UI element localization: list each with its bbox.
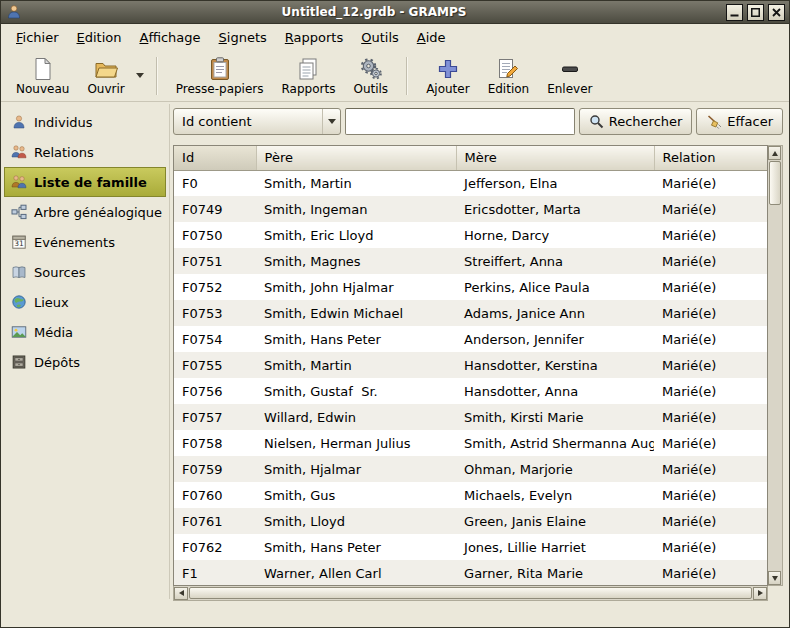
pane-resize-handle[interactable] — [166, 102, 173, 601]
table-row[interactable]: F1Warner, Allen CarlGarner, Rita MarieMa… — [174, 560, 767, 586]
sidebar-item-sources[interactable]: Sources — [4, 257, 166, 287]
sidebar-item-evenements[interactable]: 31 Evénements — [4, 227, 166, 257]
edit-button[interactable]: Edition — [479, 54, 539, 98]
status-bar — [1, 601, 789, 627]
sidebar-item-arbre-genealogique[interactable]: Arbre généalogique — [4, 197, 166, 227]
open-button[interactable]: Ouvrir — [78, 54, 133, 98]
cell-father: Smith, Hans Peter — [256, 534, 456, 560]
menu-item-rapports[interactable]: Rapports — [276, 24, 352, 50]
horizontal-scroll-trough[interactable] — [188, 586, 753, 600]
remove-button-label: Enlever — [547, 82, 592, 96]
table-row[interactable]: F0759Smith, HjalmarOhman, MarjorieMarié(… — [174, 456, 767, 482]
arrow-up-icon — [772, 151, 778, 156]
column-header-relation[interactable]: Relation — [654, 146, 767, 170]
toolbar: Nouveau Ouvrir Presse-papiers — [1, 50, 789, 102]
family-table: Id Père Mère Relation F0Smith, MartinJef… — [173, 145, 768, 586]
search-button-label: Rechercher — [609, 114, 683, 129]
open-button-group: Ouvrir — [78, 54, 146, 98]
vertical-scrollbar[interactable] — [768, 145, 783, 586]
add-button[interactable]: Ajouter — [417, 54, 479, 98]
vertical-scroll-trough[interactable] — [768, 160, 782, 571]
cell-id: F0759 — [174, 456, 256, 482]
cell-id: F0758 — [174, 430, 256, 456]
tools-button-label: Outils — [353, 82, 388, 96]
cell-id: F0755 — [174, 352, 256, 378]
scroll-down-button[interactable] — [768, 571, 781, 585]
cell-relation: Marié(e) — [654, 378, 767, 404]
table-row[interactable]: F0754Smith, Hans PeterAnderson, Jennifer… — [174, 326, 767, 352]
sidebar-item-liste-de-famille[interactable]: Liste de famille — [4, 167, 166, 197]
menu-item-fichier[interactable]: Fichier — [7, 24, 68, 50]
sidebar-item-label: Individus — [34, 115, 93, 130]
table-row[interactable]: F0755Smith, MartinHansdotter, KerstinaMa… — [174, 352, 767, 378]
open-dropdown-button[interactable] — [134, 56, 147, 96]
photo-icon — [10, 324, 27, 341]
sidebar-item-lieux[interactable]: Lieux — [4, 287, 166, 317]
scroll-left-button[interactable] — [174, 587, 188, 600]
cell-father: Smith, Magnes — [256, 248, 456, 274]
edit-button-label: Edition — [488, 82, 530, 96]
table-row[interactable]: F0751Smith, MagnesStreiffert, AnnaMarié(… — [174, 248, 767, 274]
table-row[interactable]: F0Smith, MartinJefferson, ElnaMarié(e) — [174, 170, 767, 196]
clear-button[interactable]: Effacer — [696, 108, 783, 135]
cell-id: F0762 — [174, 534, 256, 560]
column-header-mother[interactable]: Mère — [456, 146, 654, 170]
sidebar-item-individus[interactable]: Individus — [4, 107, 166, 137]
column-header-id[interactable]: Id — [174, 146, 256, 170]
table-row[interactable]: F0758Nielsen, Herman JuliusSmith, Astrid… — [174, 430, 767, 456]
maximize-button[interactable] — [747, 4, 764, 21]
cell-id: F0756 — [174, 378, 256, 404]
horizontal-scroll-thumb[interactable] — [189, 587, 752, 599]
minimize-button[interactable] — [726, 4, 743, 21]
cell-id: F0749 — [174, 196, 256, 222]
chevron-down-icon — [328, 119, 336, 124]
clipboard-button[interactable]: Presse-papiers — [167, 54, 273, 98]
scroll-up-button[interactable] — [768, 146, 781, 160]
horizontal-scrollbar[interactable] — [173, 586, 768, 601]
sidebar-item-depots[interactable]: Dépôts — [4, 347, 166, 377]
cell-father: Smith, Hans Peter — [256, 326, 456, 352]
family-list-icon — [10, 174, 27, 191]
table-row[interactable]: F0749Smith, IngemanEricsdotter, MartaMar… — [174, 196, 767, 222]
magnifier-icon — [589, 114, 604, 129]
broom-icon — [706, 114, 722, 129]
menu-item-signets[interactable]: Signets — [210, 24, 276, 50]
reports-button[interactable]: Rapports — [273, 54, 345, 98]
cell-father: Nielsen, Herman Julius — [256, 430, 456, 456]
clipboard-icon — [209, 57, 231, 81]
menu-item-edition[interactable]: Edition — [68, 24, 131, 50]
table-row[interactable]: F0750Smith, Eric LloydHorne, DarcyMarié(… — [174, 222, 767, 248]
cell-father: Smith, Edwin Michael — [256, 300, 456, 326]
table-row[interactable]: F0752Smith, John HjalmarPerkins, Alice P… — [174, 274, 767, 300]
table-row[interactable]: F0753Smith, Edwin MichaelAdams, Janice A… — [174, 300, 767, 326]
menu-item-outils[interactable]: Outils — [352, 24, 408, 50]
sidebar-item-relations[interactable]: Relations — [4, 137, 166, 167]
menu-item-aide[interactable]: Aide — [408, 24, 455, 50]
cell-id: F0761 — [174, 508, 256, 534]
cell-father: Smith, Gustaf Sr. — [256, 378, 456, 404]
table-row[interactable]: F0762Smith, Hans PeterJones, Lillie Harr… — [174, 534, 767, 560]
titlebar[interactable]: Untitled_12.grdb - GRAMPS — [1, 1, 789, 24]
gears-icon — [359, 57, 383, 81]
table-row[interactable]: F0756Smith, Gustaf Sr.Hansdotter, AnnaMa… — [174, 378, 767, 404]
tools-button[interactable]: Outils — [344, 54, 397, 98]
table-row[interactable]: F0761Smith, LloydGreen, Janis ElaineMari… — [174, 508, 767, 534]
column-header-father[interactable]: Père — [256, 146, 456, 170]
cell-mother: Green, Janis Elaine — [456, 508, 654, 534]
search-button[interactable]: Rechercher — [579, 108, 693, 135]
book-icon — [10, 264, 27, 281]
menu-item-affichage[interactable]: Affichage — [130, 24, 209, 50]
close-button[interactable] — [768, 4, 785, 21]
vertical-scroll-thumb[interactable] — [769, 161, 781, 205]
new-button[interactable]: Nouveau — [7, 54, 78, 98]
sidebar-item-media[interactable]: Média — [4, 317, 166, 347]
table-row[interactable]: F0760Smith, GusMichaels, EvelynMarié(e) — [174, 482, 767, 508]
search-input[interactable] — [345, 108, 575, 135]
cell-father: Smith, Ingeman — [256, 196, 456, 222]
scroll-right-button[interactable] — [753, 587, 767, 600]
remove-button[interactable]: Enlever — [538, 54, 601, 98]
table-row[interactable]: F0757Willard, EdwinSmith, Kirsti MarieMa… — [174, 404, 767, 430]
filter-field-select[interactable]: Id contient — [173, 108, 341, 135]
cell-mother: Jones, Lillie Harriet — [456, 534, 654, 560]
add-button-label: Ajouter — [426, 82, 470, 96]
